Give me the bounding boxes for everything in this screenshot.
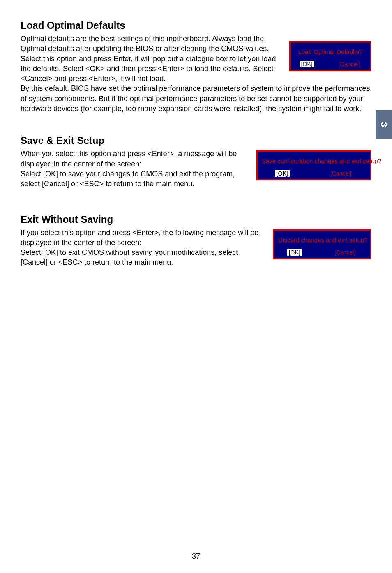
ok-button[interactable]: [OK]	[300, 61, 314, 67]
dialog-title: Save configuration changes and exit setu…	[258, 152, 370, 169]
paragraph: Select [OK] to exit CMOS without saving …	[21, 247, 266, 268]
section-exit-without-saving: Exit Without Saving If you select this o…	[21, 214, 371, 268]
heading-save-exit: Save & Exit Setup	[21, 135, 371, 146]
dialog-save-exit: Save configuration changes and exit setu…	[256, 150, 371, 180]
heading-load-defaults: Load Optimal Defaults	[21, 20, 371, 31]
section-save-exit: Save & Exit Setup When you select this o…	[21, 135, 371, 189]
heading-exit-no-save: Exit Without Saving	[21, 214, 371, 225]
cancel-button[interactable]: [Cancel]	[337, 61, 361, 67]
paragraph: When you select this option and press <E…	[21, 149, 250, 169]
paragraph: If you select this option and press <Ent…	[21, 228, 266, 248]
ok-button[interactable]: [OK]	[287, 249, 302, 256]
chapter-number: 3	[378, 122, 389, 127]
paragraph: Select this option and press Enter, it w…	[21, 54, 281, 84]
ok-button[interactable]: [OK]	[275, 170, 290, 177]
dialog-title: Discard changes and exit setup?	[274, 231, 370, 247]
cancel-button[interactable]: [Cancel]	[329, 170, 353, 177]
paragraph: Select [OK] to save your changes to CMOS…	[21, 169, 250, 189]
page-number: 37	[0, 552, 392, 561]
paragraph: Optimal defaults are the best settings o…	[21, 34, 281, 54]
dialog-load-defaults: Load Optimal Defaults? [OK] [Cancel]	[289, 41, 371, 71]
chapter-tab: 3	[376, 110, 392, 139]
cancel-button[interactable]: [Cancel]	[333, 249, 357, 256]
section-load-optimal-defaults: Load Optimal Defaults Optimal defaults a…	[21, 20, 371, 113]
paragraph: By this default, BIOS have set the optim…	[21, 83, 371, 113]
dialog-discard-exit: Discard changes and exit setup? [OK] [Ca…	[273, 229, 371, 259]
dialog-title: Load Optimal Defaults?	[291, 42, 370, 59]
